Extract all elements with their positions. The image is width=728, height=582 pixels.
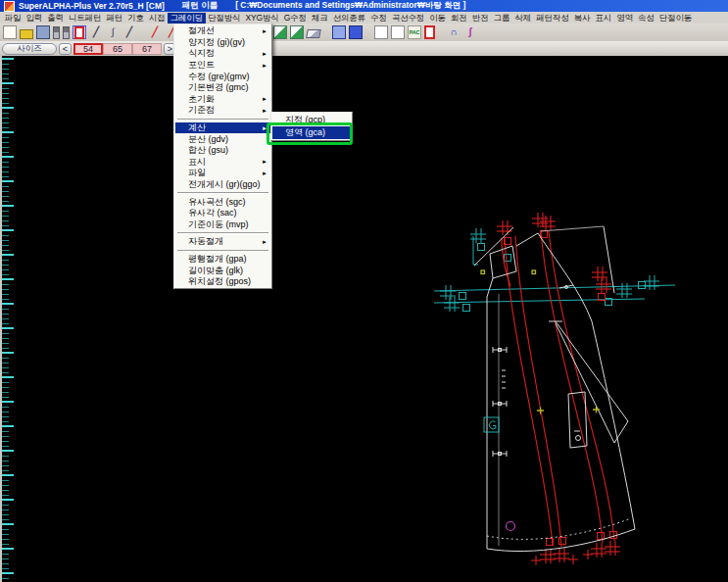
page-split-icon[interactable]: [391, 25, 405, 39]
window-title: SuperALPHA-Plus Ver 2.70r5_H [CM]: [19, 1, 165, 11]
menubar-item[interactable]: 체크: [309, 13, 330, 24]
freeline-tool-icon[interactable]: ╱: [122, 25, 136, 39]
size-list: 546567: [73, 43, 162, 55]
pac-file-icon[interactable]: PAC: [408, 25, 421, 39]
menubar-item[interactable]: 복사: [571, 13, 593, 24]
title-bar: SuperALPHA-Plus Ver 2.70r5_H [CM] 패턴 이름 …: [0, 0, 728, 12]
blue-rect-icon[interactable]: [332, 25, 346, 39]
pattern-doc-active-icon[interactable]: [73, 25, 86, 39]
grading-menu-item[interactable]: 기준점►: [175, 105, 270, 117]
grading-menu-item[interactable]: 초기화►: [175, 94, 270, 106]
grading-menu-item[interactable]: 자동절개►: [175, 236, 270, 248]
grading-menu-item[interactable]: 유사각 (sac): [175, 208, 270, 219]
shape-tool3-icon[interactable]: [273, 25, 287, 39]
push-pin-icon[interactable]: [63, 26, 70, 39]
submenu-arrow-icon: ►: [262, 239, 267, 245]
grading-menu-item[interactable]: 위치설정 (gpos): [175, 276, 270, 288]
red-pencil-icon[interactable]: ╱: [148, 25, 162, 39]
menubar-item[interactable]: 출력: [45, 13, 67, 24]
grading-dropdown-menu: 절개선►양지정 (gi)(gv)식지정►포인트►수정 (gre)(gmv)기본변…: [173, 24, 272, 289]
menu-item-label: 기준점: [188, 104, 215, 117]
menubar-item[interactable]: 표시: [593, 13, 614, 24]
menubar-item[interactable]: 니트패턴: [66, 13, 103, 24]
toolbar-group-gap: [365, 25, 371, 39]
grading-menu-item[interactable]: 식지정►: [175, 48, 270, 60]
page-white-icon[interactable]: [374, 25, 388, 39]
menubar-item[interactable]: 곡선수정: [389, 13, 426, 24]
grading-menu-item[interactable]: 합산 (gsu): [175, 145, 270, 157]
window-doc-label: 패턴 이름: [182, 0, 218, 12]
submenu-arrow-icon: ►: [262, 108, 267, 114]
menubar-item[interactable]: 단절이동: [656, 13, 694, 24]
menubar-item[interactable]: 패턴: [104, 13, 125, 24]
submenu-arrow-icon: ►: [262, 159, 267, 165]
submenu-arrow-icon: ►: [262, 96, 267, 102]
app-icon: [4, 1, 15, 12]
eraser-icon[interactable]: [306, 29, 321, 38]
menubar-item[interactable]: 파일: [2, 13, 24, 24]
grading-menu-item[interactable]: 포인트►: [175, 60, 270, 72]
grading-menu-item[interactable]: 절개선►: [175, 25, 270, 37]
submenu-arrow-icon: ►: [262, 28, 267, 34]
red-doc-icon[interactable]: [424, 25, 435, 39]
plot-pin-icon[interactable]: [53, 26, 60, 39]
grading-menu-item[interactable]: 계산►: [175, 122, 270, 134]
menubar-item[interactable]: 패턴작성: [534, 13, 571, 24]
size-cell-selected[interactable]: 54: [73, 43, 103, 55]
menubar-item[interactable]: 속성: [635, 13, 656, 24]
line-tool-icon[interactable]: ╱: [89, 25, 103, 39]
save-icon[interactable]: [36, 25, 50, 39]
menu-separator: [177, 119, 268, 121]
menubar-item[interactable]: 반전: [469, 13, 491, 24]
annotation-highlight-box: [267, 122, 353, 145]
toolbar-group-gap: [323, 25, 329, 39]
menu-separator: [177, 232, 268, 234]
menubar-item[interactable]: 선의종류: [330, 13, 367, 24]
curve-tool-icon[interactable]: ∫: [106, 25, 120, 39]
grading-menu-item[interactable]: 평행절개 (gpa): [175, 254, 270, 266]
magenta-curve-icon[interactable]: ʃ: [463, 25, 477, 39]
menubar-item[interactable]: 단절방식: [206, 13, 243, 24]
grading-menu-item[interactable]: 전개게시 (gr)(ggo): [175, 179, 270, 191]
menubar-item[interactable]: 삭제: [512, 13, 534, 24]
menubar-item[interactable]: G수정: [281, 13, 309, 24]
menubar-item[interactable]: 입력: [24, 13, 45, 24]
size-button[interactable]: 사이즈: [2, 43, 57, 55]
window-doc-path: [ C:₩Documents and Settings₩Administrato…: [235, 0, 465, 12]
submenu-arrow-icon: ►: [262, 62, 267, 68]
menubar-item[interactable]: XYG방식: [243, 13, 281, 24]
grading-menu-item[interactable]: 표시►: [175, 157, 270, 169]
menu-item-label: 위치설정 (gpos): [188, 275, 251, 288]
open-folder-icon[interactable]: [20, 29, 33, 39]
grading-menu-item[interactable]: 분산 (gdv): [175, 133, 270, 145]
menu-item-label: 자동절개: [188, 235, 223, 248]
blue-solid-icon[interactable]: [349, 25, 363, 39]
grading-menu-item[interactable]: 기본변경 (gmc): [175, 82, 270, 94]
size-prev-button[interactable]: <: [59, 43, 72, 55]
grading-menu-item[interactable]: 수정 (gre)(gmv): [175, 71, 270, 82]
submenu-arrow-icon: ►: [262, 170, 267, 176]
size-cell[interactable]: 67: [132, 43, 162, 55]
menubar-item[interactable]: 이동: [427, 13, 449, 24]
shape-tool4-icon[interactable]: [290, 25, 304, 39]
grading-menu-item[interactable]: 길이맞춤 (glk): [175, 265, 270, 276]
grading-menu-item[interactable]: 유사곡선 (sgc): [175, 196, 270, 208]
menubar-item-active[interactable]: 그레이딩: [168, 13, 205, 24]
drawing-canvas[interactable]: [0, 56, 728, 582]
grading-menu-item[interactable]: 양지정 (gi)(gv): [175, 37, 270, 49]
grading-menu-item[interactable]: 기준이동 (mvp): [175, 219, 270, 231]
menubar-item[interactable]: 영역: [614, 13, 636, 24]
new-file-icon[interactable]: [3, 25, 17, 39]
blue-curve-icon[interactable]: ∩: [447, 25, 461, 39]
menu-separator: [177, 192, 268, 194]
size-bar: 사이즈 < 546567 >: [0, 41, 728, 56]
menubar-item[interactable]: 그룹: [491, 13, 512, 24]
grading-menu-item[interactable]: 파일►: [175, 168, 270, 179]
menubar: 파일입력출력니트패턴패턴기호시접그레이딩단절방식XYG방식G수정체크선의종류수정…: [0, 12, 728, 24]
size-cell[interactable]: 65: [103, 43, 132, 55]
menubar-item[interactable]: 수정: [367, 13, 389, 24]
menubar-item[interactable]: 회전: [448, 13, 469, 24]
toolbar-group-gap: [438, 25, 444, 39]
menubar-item[interactable]: 기호: [125, 13, 147, 24]
menubar-item[interactable]: 시접: [146, 13, 168, 24]
